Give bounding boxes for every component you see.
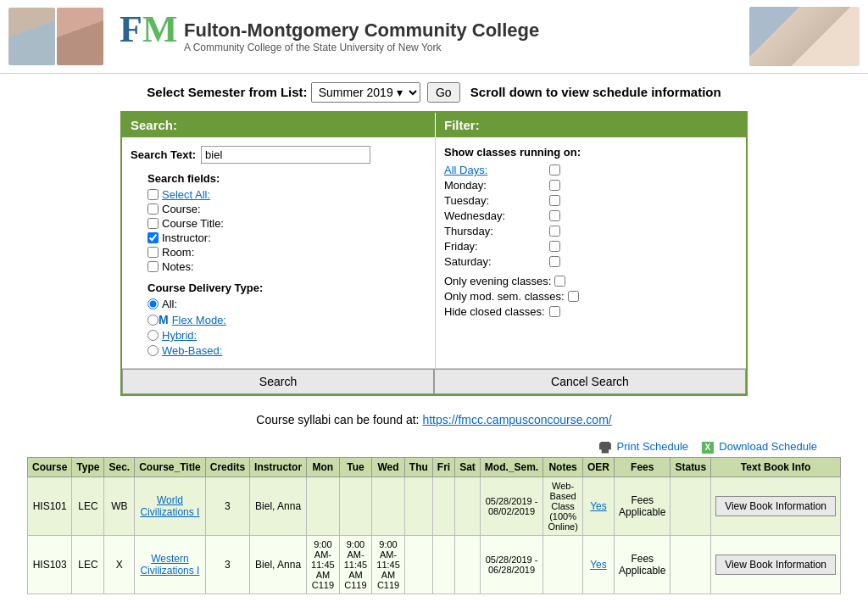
cancel-search-button[interactable]: Cancel Search bbox=[434, 369, 746, 394]
delivery-section: Course Delivery Type: All: MFlex Mode: H… bbox=[147, 281, 426, 357]
cell-credits: 3 bbox=[205, 535, 249, 594]
label-tuesday: Tuesday: bbox=[444, 194, 546, 207]
col-modsem: Mod._Sem. bbox=[480, 457, 542, 477]
cell-textbook: View Book Information bbox=[711, 477, 841, 535]
label-friday: Friday: bbox=[444, 240, 546, 253]
cell-course: HIS101 bbox=[28, 477, 72, 535]
cell-mon bbox=[307, 477, 340, 535]
col-status: Status bbox=[670, 457, 711, 477]
checkbox-wednesday[interactable] bbox=[549, 210, 560, 221]
radio-delivery-all[interactable] bbox=[147, 298, 159, 309]
cell-wed bbox=[372, 477, 405, 535]
cell-sat bbox=[455, 535, 481, 594]
flex-mode-link[interactable]: Flex Mode: bbox=[172, 314, 226, 326]
label-coursetitle: Course Title: bbox=[162, 217, 224, 230]
checkbox-closed[interactable] bbox=[549, 306, 560, 317]
checkbox-modsem[interactable] bbox=[568, 291, 579, 302]
course-title-link[interactable]: World Civilizations I bbox=[140, 494, 199, 518]
cell-thu bbox=[404, 535, 432, 594]
field-row-notes: Notes: bbox=[147, 260, 426, 273]
label-closed: Hide closed classes: bbox=[444, 305, 546, 318]
checkbox-room[interactable] bbox=[147, 247, 159, 258]
cell-notes bbox=[543, 535, 583, 594]
web-based-link[interactable]: Web-Based: bbox=[162, 344, 222, 357]
checkbox-thursday[interactable] bbox=[549, 226, 560, 237]
select-all-link[interactable]: Select All: bbox=[162, 188, 210, 201]
view-book-button[interactable]: View Book Information bbox=[715, 555, 836, 575]
search-text-label: Search Text: bbox=[131, 148, 196, 161]
field-row-course: Course: bbox=[147, 203, 426, 215]
logo-f-letter: F bbox=[120, 8, 142, 50]
all-days-link[interactable]: All Days: bbox=[444, 164, 546, 176]
hybrid-link[interactable]: Hybrid: bbox=[162, 329, 197, 342]
cell-fri bbox=[432, 535, 454, 594]
filter-row-evening: Only evening classes: bbox=[444, 275, 737, 287]
view-book-button[interactable]: View Book Information bbox=[715, 496, 836, 516]
checkbox-notes[interactable] bbox=[147, 261, 159, 272]
cell-fri bbox=[432, 477, 454, 535]
oer-link[interactable]: Yes bbox=[590, 559, 607, 571]
header-text: Fulton-Montgomery Community College A Co… bbox=[184, 20, 539, 53]
col-oer: OER bbox=[583, 457, 615, 477]
checkbox-select-all[interactable] bbox=[147, 189, 159, 200]
search-fields-section: Search fields: Select All: Course: Cours… bbox=[147, 172, 426, 273]
header-logo: FM Fulton-Montgomery Community College A… bbox=[116, 8, 539, 65]
checkbox-friday[interactable] bbox=[549, 241, 560, 252]
delivery-row-all: All: bbox=[147, 298, 426, 310]
delivery-row-flex: MFlex Mode: bbox=[147, 313, 426, 326]
filter-header: Filter: bbox=[436, 113, 746, 137]
checkbox-alldays[interactable] bbox=[549, 164, 560, 176]
go-button[interactable]: Go bbox=[427, 82, 460, 103]
download-schedule-link[interactable]: X Download Schedule bbox=[702, 440, 817, 453]
checkbox-instructor[interactable] bbox=[147, 232, 159, 243]
filter-row-modsem: Only mod. sem. classes: bbox=[444, 290, 737, 303]
results-table-container: Course Type Sec. Course_Title Credits In… bbox=[8, 457, 860, 594]
filter-row-tuesday: Tuesday: bbox=[444, 194, 737, 207]
checkbox-tuesday[interactable] bbox=[549, 195, 560, 206]
oer-link[interactable]: Yes bbox=[590, 500, 607, 512]
label-room: Room: bbox=[162, 246, 194, 259]
print-label: Print Schedule bbox=[617, 440, 689, 453]
cell-fees: Fees Applicable bbox=[615, 477, 670, 535]
semester-select[interactable]: Summer 2019 ▾ Fall 2019 Spring 2019 bbox=[311, 82, 420, 103]
col-coursetitle: Course_Title bbox=[135, 457, 206, 477]
course-title-link[interactable]: Western Civilizations I bbox=[140, 553, 199, 577]
label-thursday: Thursday: bbox=[444, 225, 546, 237]
checkbox-evening[interactable] bbox=[554, 276, 565, 287]
search-button[interactable]: Search bbox=[122, 369, 434, 394]
radio-delivery-flex[interactable] bbox=[147, 315, 159, 326]
field-row-select-all: Select All: bbox=[147, 188, 426, 201]
header-photo-1 bbox=[8, 8, 55, 65]
col-type: Type bbox=[72, 457, 104, 477]
checkbox-course[interactable] bbox=[147, 203, 159, 215]
filter-row-monday: Monday: bbox=[444, 179, 737, 192]
search-text-row: Search Text: bbox=[131, 146, 426, 164]
radio-delivery-hybrid[interactable] bbox=[147, 330, 159, 341]
label-saturday: Saturday: bbox=[444, 255, 546, 268]
cell-notes: Web-Based Class (100% Online) bbox=[543, 477, 583, 535]
cell-sec: X bbox=[104, 535, 135, 594]
print-icon bbox=[599, 442, 611, 454]
col-fees: Fees bbox=[615, 457, 670, 477]
cell-status bbox=[670, 535, 711, 594]
delivery-row-web: Web-Based: bbox=[147, 344, 426, 357]
cell-type: LEC bbox=[72, 477, 104, 535]
syllabi-link[interactable]: https://fmcc.campusconcourse.com/ bbox=[422, 413, 611, 426]
table-row: HIS101 LEC WB World Civilizations I 3 Bi… bbox=[28, 477, 841, 535]
filter-row-thursday: Thursday: bbox=[444, 225, 737, 237]
checkbox-coursetitle[interactable] bbox=[147, 218, 159, 229]
filter-body: Show classes running on: All Days: Monda… bbox=[436, 137, 746, 368]
school-subtitle: A Community College of the State Univers… bbox=[184, 42, 539, 53]
header-photos bbox=[8, 8, 103, 65]
col-mon: Mon bbox=[307, 457, 340, 477]
search-input[interactable] bbox=[201, 146, 370, 164]
print-schedule-link[interactable]: Print Schedule bbox=[599, 440, 692, 453]
cell-instructor: Biel, Anna bbox=[250, 477, 307, 535]
checkbox-saturday[interactable] bbox=[549, 256, 560, 267]
col-wed: Wed bbox=[372, 457, 405, 477]
results-table: Course Type Sec. Course_Title Credits In… bbox=[27, 457, 841, 594]
checkbox-monday[interactable] bbox=[549, 180, 560, 191]
search-fields-title: Search fields: bbox=[147, 172, 426, 185]
radio-delivery-web[interactable] bbox=[147, 345, 159, 356]
search-body: Search Text: Search fields: Select All: … bbox=[122, 137, 436, 368]
